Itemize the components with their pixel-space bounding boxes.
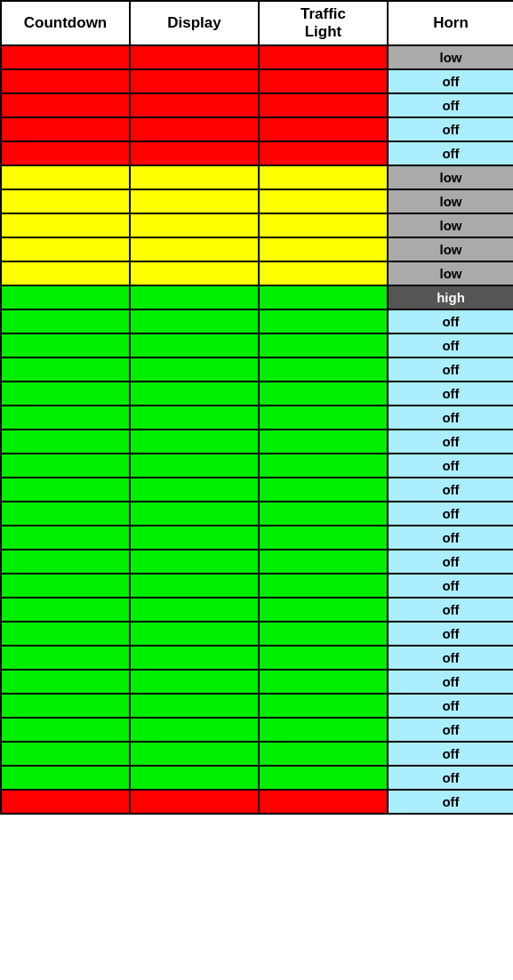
cell-countdown: -18 (1, 718, 130, 742)
cell-countdown: -8 (1, 478, 130, 502)
cell-display: -7 (130, 454, 259, 478)
cell-display: -13 (130, 598, 259, 622)
cell-countdown: 5 (1, 165, 130, 189)
table-row: -8-8Greenoff (1, 478, 513, 502)
cell-horn: off (388, 309, 513, 333)
cell-traffic-light: Red (259, 69, 388, 93)
cell-traffic-light: Green (259, 526, 388, 550)
table-row: -18-18Greenoff (1, 718, 513, 742)
table-row: 66Redoff (1, 141, 513, 165)
table-row: 99Redoff (1, 69, 513, 93)
cell-traffic-light: Green (259, 598, 388, 622)
cell-display: 2 (130, 237, 259, 261)
cell-traffic-light: Green (259, 766, 388, 790)
table-row: -15-15Greenoff (1, 646, 513, 670)
cell-traffic-light: Green (259, 333, 388, 357)
cell-traffic-light: Green (259, 718, 388, 742)
cell-traffic-light: Red (259, 141, 388, 165)
cell-horn: off (388, 694, 513, 718)
cell-countdown: 4 (1, 189, 130, 213)
cell-countdown: 0 (1, 285, 130, 309)
cell-countdown: 7 (1, 117, 130, 141)
cell-horn: off (388, 406, 513, 430)
cell-display: -6 (130, 430, 259, 454)
cell-horn: off (388, 766, 513, 790)
cell-display: -1 (130, 309, 259, 333)
cell-horn: off (388, 141, 513, 165)
cell-horn: low (388, 189, 513, 213)
cell-countdown: -1 (1, 309, 130, 333)
cell-countdown: -3 (1, 357, 130, 382)
cell-display: 10 (130, 45, 259, 69)
cell-display: -14 (130, 622, 259, 646)
cell-horn: off (388, 718, 513, 742)
cell-display: -5 (130, 406, 259, 430)
cell-countdown: -19 (1, 742, 130, 766)
table-row: -17-17Greenoff (1, 694, 513, 718)
cell-horn: off (388, 93, 513, 117)
cell-traffic-light: Green (259, 309, 388, 333)
table-row: 55Yellowlow (1, 165, 513, 189)
cell-traffic-light: Red (259, 45, 388, 69)
cell-traffic-light: Green (259, 574, 388, 598)
cell-traffic-light: Yellow (259, 213, 388, 237)
cell-traffic-light: Yellow (259, 165, 388, 189)
header-traffic: Traffic Light (259, 1, 388, 45)
table-row: 88Redoff (1, 93, 513, 117)
cell-display: -20 (130, 766, 259, 790)
cell-horn: off (388, 382, 513, 406)
cell-horn: low (388, 213, 513, 237)
cell-horn: off (388, 454, 513, 478)
cell-display: 5 (130, 165, 259, 189)
cell-horn: off (388, 574, 513, 598)
cell-countdown: 2 (1, 237, 130, 261)
table-row: -10-10Greenoff (1, 526, 513, 550)
cell-horn: off (388, 357, 513, 382)
cell-display: -15 (130, 646, 259, 670)
table-row: 77Redoff (1, 117, 513, 141)
cell-countdown: 3 (1, 213, 130, 237)
cell-traffic-light: Green (259, 694, 388, 718)
table-row: -12-12Greenoff (1, 574, 513, 598)
cell-display: 4 (130, 189, 259, 213)
cell-display: -21 (130, 790, 259, 814)
header-countdown: Countdown (1, 1, 130, 45)
table-row: -11-11Greenoff (1, 550, 513, 574)
cell-display: 8 (130, 93, 259, 117)
cell-display: -3 (130, 357, 259, 382)
cell-display: -8 (130, 478, 259, 502)
table-row: 1010Redlow (1, 45, 513, 69)
cell-horn: off (388, 622, 513, 646)
cell-traffic-light: Green (259, 357, 388, 382)
cell-display: -18 (130, 718, 259, 742)
cell-countdown: -16 (1, 670, 130, 694)
cell-traffic-light: Green (259, 670, 388, 694)
cell-countdown: 1 (1, 261, 130, 285)
cell-display: -9 (130, 502, 259, 526)
table-row: -5-5Greenoff (1, 406, 513, 430)
cell-horn: off (388, 742, 513, 766)
table-row: -14-14Greenoff (1, 622, 513, 646)
cell-horn: off (388, 117, 513, 141)
table-row: -6-6Greenoff (1, 430, 513, 454)
cell-display: -2 (130, 333, 259, 357)
cell-display: -4 (130, 382, 259, 406)
cell-display: 1 (130, 261, 259, 285)
cell-horn: off (388, 478, 513, 502)
cell-countdown: -9 (1, 502, 130, 526)
cell-display: -11 (130, 550, 259, 574)
cell-traffic-light: Red (259, 117, 388, 141)
cell-countdown: -2 (1, 333, 130, 357)
cell-countdown: -12 (1, 574, 130, 598)
cell-display: 7 (130, 117, 259, 141)
table-row: -21-21Redoff (1, 790, 513, 814)
cell-countdown: -17 (1, 694, 130, 718)
table-row: -4-4Greenoff (1, 382, 513, 406)
cell-horn: off (388, 646, 513, 670)
cell-traffic-light: Green (259, 406, 388, 430)
cell-countdown: -6 (1, 430, 130, 454)
cell-countdown: -15 (1, 646, 130, 670)
cell-countdown: -10 (1, 526, 130, 550)
table-row: -2-2Greenoff (1, 333, 513, 357)
cell-countdown: 9 (1, 69, 130, 93)
